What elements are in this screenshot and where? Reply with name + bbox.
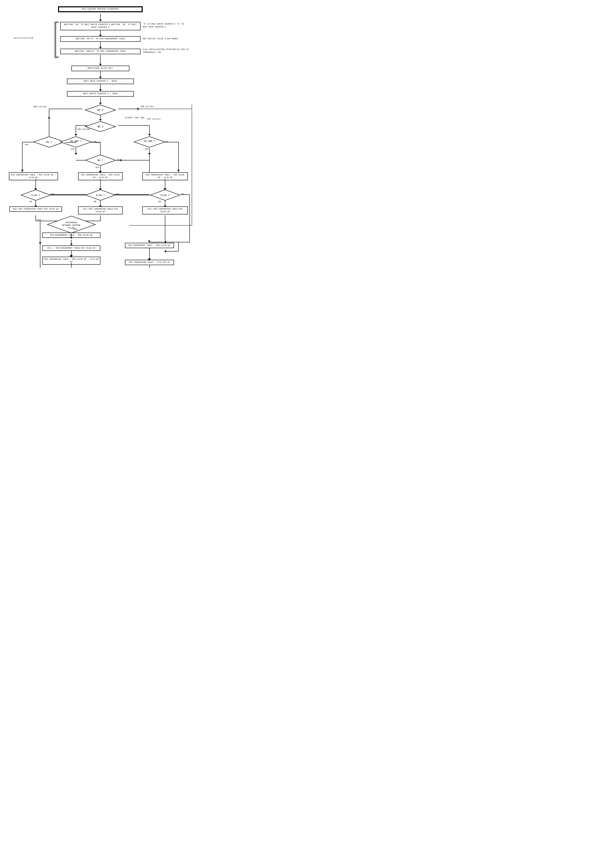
svg-text:BETWEEN COUNTER: BETWEEN COUNTER <box>62 224 81 226</box>
eom-note: ECM (ST=11) <box>147 118 160 121</box>
title-text: MID ACQUIRE PROCESS FLOWCHART <box>82 8 119 10</box>
flag2-off-label: OFF <box>116 193 119 196</box>
flag2-on-label: ON <box>94 200 96 203</box>
flag3-on-label: ON <box>158 200 161 203</box>
svg-marker-14 <box>99 89 102 91</box>
mid-mgmt-wt: MID MANAGEMENT TABLE : MID VALUE WT <box>125 243 174 248</box>
diff-diamond: DIFFERENCE BETWEEN COUNTER VALUES <box>47 216 96 233</box>
svg-text:ST ?: ST ? <box>97 109 103 111</box>
title-box: MID ACQUIRE PROCESS FLOWCHART <box>58 6 143 12</box>
line-cm3-right <box>165 216 165 242</box>
com-note: COM (ST=00) <box>77 128 90 131</box>
svg-marker-1 <box>99 20 102 21</box>
receiving-node: RECEIVING VALID CELL <box>71 66 129 71</box>
flag1-on-label: ON <box>29 200 32 203</box>
svg-marker-114 <box>164 250 166 252</box>
ms2-diamond: MS &RM ? <box>60 136 92 148</box>
line-flag2-right <box>116 195 150 195</box>
line-conv3-flag3 <box>165 179 165 189</box>
mid-conv-1: MID CONVERSION TABLE : MID VALUE RD : FL… <box>9 172 58 180</box>
svg-marker-10 <box>99 64 102 66</box>
ms1-off-label: OFF <box>25 144 29 147</box>
svg-marker-27 <box>75 134 77 136</box>
flag1-off-label: OFF <box>51 193 54 196</box>
arrow-conv2-flag2 <box>99 188 101 190</box>
ms3-diamond: MS &RM ? <box>133 136 166 148</box>
next-write-node: NEXT WRITE COUNTER S : READ <box>67 91 134 97</box>
line-mcf-nri <box>71 263 72 268</box>
svg-marker-22 <box>48 117 50 119</box>
line-cm3-to-box <box>149 242 165 242</box>
st-bcm-note: ST=BCM, COM, EOM <box>125 116 144 119</box>
svg-text:MS ?: MS ? <box>97 159 103 162</box>
cell-mid-3: CELL:MID CONVERSION TABLE MID VALUE WT <box>142 207 188 214</box>
flag3-diamond: FLAG ? <box>150 189 180 201</box>
svg-marker-24 <box>99 119 102 121</box>
line-mcfo-nwi <box>149 265 150 268</box>
svg-marker-16 <box>99 103 102 104</box>
diff-ne256-label: ≠256 <box>73 228 78 231</box>
svg-marker-43 <box>177 170 180 172</box>
bom-note: BOM (ST=10) <box>34 106 47 109</box>
flag2-diamond: FLAG ? <box>85 189 116 201</box>
line-256-path <box>40 224 40 268</box>
init-label: INITIALIZATION <box>13 37 34 40</box>
st-diamond: ST ? <box>85 104 116 116</box>
ms4-on-label: ON <box>117 159 120 162</box>
svg-text:DIFFERENCE: DIFFERENCE <box>65 222 78 224</box>
diff-256-label: =256 <box>37 219 41 222</box>
init1-note: '0' IN NEXT WRITE COUNTER S '0' IN NEXT … <box>143 23 188 28</box>
cell-mid-2: CELL:MID CONVERSION TABLE MID VALUE WT <box>78 207 123 214</box>
cell-mid-1: CELL:MID CONVERSION TABLE MID VALUE WT <box>9 207 62 212</box>
init-bracket <box>55 22 58 58</box>
line-ms3-conv3 <box>149 148 150 172</box>
line-ms1-conv1 <box>22 148 22 172</box>
flowchart: MID ACQUIRE PROCESS FLOWCHART INITIALIZA… <box>4 4 197 263</box>
arrow-diff-down <box>70 237 72 239</box>
svg-marker-30 <box>148 134 151 136</box>
arrow-conv1-flag1 <box>34 188 37 190</box>
init2-note: MID INITIAL VALUE 0-255 ORDER <box>143 38 188 40</box>
ms3-off-label: OFF <box>145 148 148 151</box>
svg-text:FLAG ?: FLAG ? <box>96 194 105 197</box>
line-ms2-on-v <box>100 142 101 155</box>
arrow-mmwt-mcfo <box>148 259 151 261</box>
arrow-ms4-conv2 <box>99 172 101 173</box>
arrow-cm3-box <box>148 241 151 242</box>
svg-marker-86 <box>70 244 73 245</box>
arrow-conv3-flag3 <box>164 188 166 190</box>
ms3-on-label: ON <box>166 141 168 144</box>
line-ms1-on <box>65 142 76 142</box>
init-box-2: WRITING '00-FF' TO MID MANAGEMENT TABLE <box>60 36 141 42</box>
line-flag1-right <box>51 195 85 195</box>
svg-text:MS ?: MS ? <box>46 141 52 144</box>
line-ms2-on <box>92 142 100 142</box>
svg-text:MS &RM ?: MS &RM ? <box>144 140 155 142</box>
svg-marker-49 <box>120 159 121 161</box>
init-box-3: WRITING '000(H)' TO MID CONVERSION TABLE <box>60 48 141 54</box>
flowchart-lines <box>4 4 197 263</box>
ssm-note: SSM (ST.01) <box>141 105 154 108</box>
svg-marker-18 <box>138 107 139 110</box>
svg-marker-8 <box>99 47 102 48</box>
line-conv2-flag2 <box>100 179 101 189</box>
svg-text:ST ?: ST ? <box>97 125 103 128</box>
arrow-cmm-mcf <box>70 256 72 258</box>
cell-mid-mgmt: CELL : MID MANAGEMENT TABLE MID VALUE WT <box>43 245 100 251</box>
ms4-diamond: MS ? <box>85 154 116 166</box>
line-ms3-conv3-h <box>149 172 188 173</box>
svg-marker-38 <box>75 153 77 155</box>
flag3-off-label: OFF <box>181 193 184 196</box>
init-box-1: WRITING '00' TO NEXT WRITE COUNTER S WRI… <box>60 22 141 30</box>
flag1-diamond: FLAG ? <box>21 189 51 201</box>
line-conv1-flag1 <box>35 179 36 189</box>
line-mmwt-mcfo <box>149 249 150 260</box>
svg-text:FLAG ?: FLAG ? <box>161 194 170 197</box>
ms2-off-label: OFF <box>71 148 75 151</box>
next-read-node: NEXT READ COUNTER S : READ <box>67 79 134 84</box>
line-ms1-conv1-h <box>22 172 34 173</box>
svg-marker-12 <box>99 77 102 79</box>
init3-note: FLAG INITALIZATION STATE=OFF(0) MID IS T… <box>143 48 190 54</box>
ms4-off-label: OFF <box>95 166 99 169</box>
svg-text:FLAG ?: FLAG ? <box>31 194 40 197</box>
